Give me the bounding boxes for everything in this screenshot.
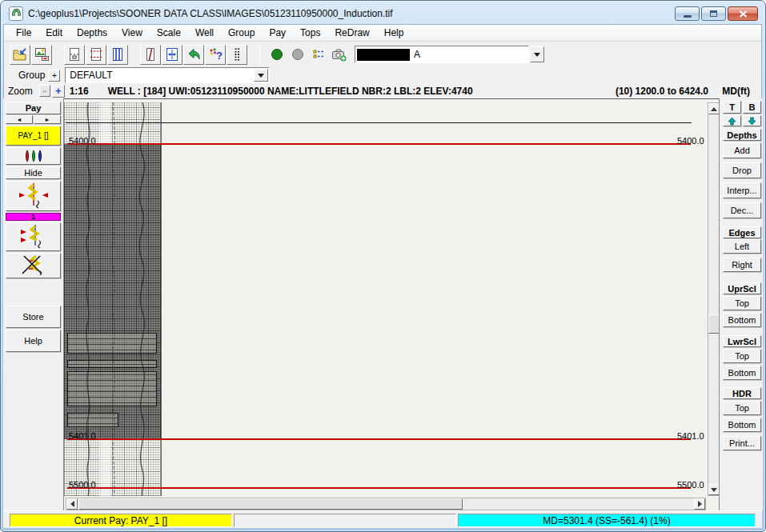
depth-trace-button[interactable] xyxy=(140,45,161,65)
scroll-left-icon xyxy=(70,501,74,507)
status-bar: Current Pay: PAY_1 [] MD=5301.4 (SS=-561… xyxy=(3,510,762,528)
status-on-button[interactable] xyxy=(267,45,287,64)
red-guides-button[interactable] xyxy=(86,45,106,65)
page-up-button[interactable] xyxy=(723,115,741,126)
status-off-button[interactable] xyxy=(287,45,308,64)
goto-top-button[interactable]: T xyxy=(723,101,741,114)
menu-group[interactable]: Group xyxy=(221,26,262,40)
scroll-up-icon xyxy=(711,107,717,111)
minimize-icon xyxy=(684,15,692,18)
menu-well[interactable]: Well xyxy=(188,26,221,40)
depth-marker-line-5400[interactable] xyxy=(67,143,691,145)
current-pay-button[interactable]: PAY_1 [] xyxy=(6,126,61,146)
depths-add-button[interactable]: Add xyxy=(723,142,761,158)
goto-bottom-button[interactable]: B xyxy=(743,101,761,114)
dotted-bars-button[interactable] xyxy=(227,45,247,65)
undo-button[interactable] xyxy=(183,45,204,65)
fit-width-button[interactable] xyxy=(162,45,182,65)
scroll-up-button[interactable] xyxy=(708,103,720,114)
close-button[interactable] xyxy=(728,6,758,21)
scroll-down-icon xyxy=(711,488,717,492)
depths-interp-button[interactable]: Interp... xyxy=(723,182,761,198)
help-button[interactable]: Help xyxy=(6,330,61,352)
menu-tops[interactable]: Tops xyxy=(293,26,327,40)
depths-dec-button[interactable]: Dec... xyxy=(723,202,761,218)
depth-label-right: 5401.0 xyxy=(677,431,704,441)
title-bar[interactable]: C:\geoplus1\Projects\SOONER DATA CLASS\I… xyxy=(3,2,762,24)
delete-pay-button[interactable] xyxy=(6,253,61,278)
depth-trace-icon xyxy=(143,47,158,62)
item-list-button[interactable] xyxy=(308,45,329,64)
group-combo[interactable]: DEFAULT xyxy=(65,67,270,83)
scroll-right-button[interactable] xyxy=(694,498,705,510)
zoom-out-button[interactable]: − xyxy=(39,85,50,97)
gray-circle-icon xyxy=(292,49,303,60)
edges-right-button[interactable]: Right xyxy=(723,258,761,272)
uprscl-bottom-button[interactable]: Bottom xyxy=(723,313,761,327)
main-toolbar: ? A xyxy=(4,42,761,66)
section-header-hdr: HDR xyxy=(723,387,761,399)
pay-panel-header: Pay xyxy=(6,102,61,114)
pen-colors-button[interactable] xyxy=(6,147,61,165)
menu-depths[interactable]: Depths xyxy=(70,26,114,40)
menu-view[interactable]: View xyxy=(114,26,150,40)
hdr-bottom-button[interactable]: Bottom xyxy=(723,418,761,432)
hide-button[interactable]: Hide xyxy=(6,166,61,179)
depth-marker-line-5500[interactable] xyxy=(67,487,691,489)
store-button[interactable]: Store xyxy=(6,306,61,328)
horizontal-scroll-thumb[interactable] xyxy=(78,498,463,510)
pick-pay-button[interactable] xyxy=(6,181,61,211)
menu-scale[interactable]: Scale xyxy=(150,26,188,40)
menu-edit[interactable]: Edit xyxy=(38,26,70,40)
minimize-button[interactable] xyxy=(675,6,700,21)
menu-file[interactable]: File xyxy=(9,26,38,40)
blue-columns-button[interactable] xyxy=(107,45,128,65)
log-canvas[interactable]: 5400.0 5400.0 5401.0 5401.0 5500.0 5500.… xyxy=(63,98,720,513)
scroll-right-icon xyxy=(698,501,702,507)
group-combo-dropdown[interactable] xyxy=(254,69,268,82)
move-pay-button[interactable] xyxy=(6,222,61,251)
vertical-scrollbar[interactable] xyxy=(708,102,720,496)
scroll-left-button[interactable] xyxy=(66,498,78,510)
vertical-scroll-thumb[interactable] xyxy=(708,314,720,334)
split-section-button[interactable] xyxy=(64,45,85,65)
toolbar-separator xyxy=(259,46,260,63)
annotation-combo[interactable]: A xyxy=(355,46,529,63)
hdr-top-button[interactable]: Top xyxy=(723,401,761,415)
red-guides-icon xyxy=(89,47,103,62)
lwrscl-bottom-button[interactable]: Bottom xyxy=(723,366,761,380)
depth-label-right: 5500.0 xyxy=(677,480,704,490)
open-image-button[interactable] xyxy=(10,45,30,65)
menu-pay[interactable]: Pay xyxy=(262,26,293,40)
prev-pay-button[interactable]: ◄ xyxy=(6,115,33,124)
uprscl-top-button[interactable]: Top xyxy=(723,296,761,310)
scroll-down-button[interactable] xyxy=(708,484,720,495)
section-header-lwrscl: LwrScl xyxy=(723,335,761,347)
next-pay-button[interactable]: ► xyxy=(34,115,61,124)
depth-marker-line-5401[interactable] xyxy=(67,438,691,440)
depths-drop-button[interactable]: Drop xyxy=(723,162,761,178)
page-down-button[interactable] xyxy=(743,115,761,126)
restore-button[interactable] xyxy=(701,6,726,21)
annotation-combo-dropdown[interactable] xyxy=(530,46,544,62)
print-button[interactable]: Print... xyxy=(723,436,761,450)
fit-width-icon xyxy=(165,47,179,62)
arrow-up-icon xyxy=(728,117,736,126)
capture-add-button[interactable] xyxy=(329,45,350,64)
image-adjust-button[interactable] xyxy=(31,45,52,65)
menu-redraw[interactable]: ReDraw xyxy=(327,26,376,40)
horizontal-scrollbar[interactable] xyxy=(66,498,706,510)
restore-icon xyxy=(710,10,717,17)
blue-columns-icon xyxy=(110,47,125,62)
lwrscl-top-button[interactable]: Top xyxy=(723,349,761,363)
section-header-uprscl: UprScl xyxy=(723,282,761,294)
arrow-down-icon xyxy=(748,117,756,126)
zoom-in-button[interactable]: + xyxy=(52,85,65,98)
menu-help[interactable]: Help xyxy=(377,26,411,40)
depth-grid-line xyxy=(66,122,692,123)
edges-left-button[interactable]: Left xyxy=(723,239,761,254)
color-help-button[interactable]: ? xyxy=(205,45,226,65)
split-section-icon xyxy=(67,47,82,62)
section-header-edges: Edges xyxy=(723,226,761,238)
group-add-button[interactable]: + xyxy=(48,70,60,82)
